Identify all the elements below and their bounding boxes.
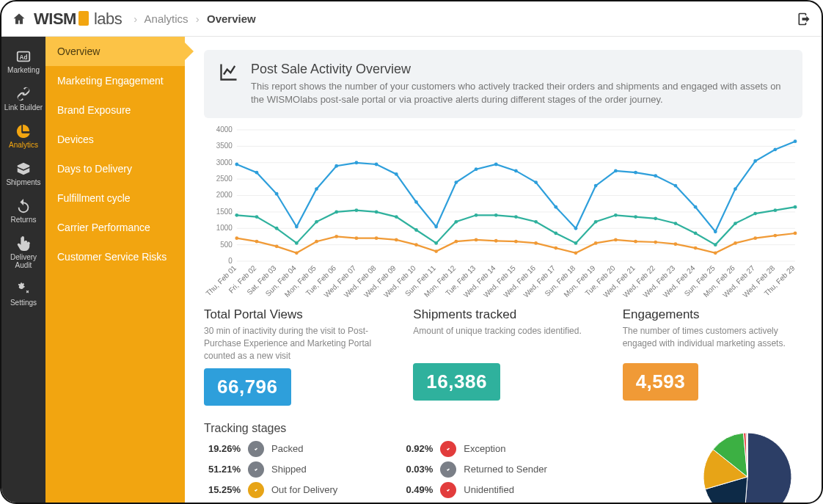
svg-point-53 [295,241,299,245]
rail-settings[interactable]: Settings [1,275,45,311]
breadcrumb-section[interactable]: Analytics [145,12,189,25]
svg-point-48 [773,148,777,152]
svg-point-49 [794,140,797,144]
subnav-carrier-performance[interactable]: Carrier Performance [45,213,185,242]
subnav-overview[interactable]: Overview [45,37,185,66]
stage-pct: 15.25% [204,484,241,495]
metrics-row: Total Portal Views 30 min of inactivity … [204,307,802,405]
svg-point-60 [434,241,438,245]
svg-text:1000: 1000 [216,224,233,233]
svg-point-56 [355,209,359,213]
rail-label: Settings [1,299,45,307]
svg-point-29 [395,172,398,176]
svg-point-87 [395,238,398,242]
svg-text:2500: 2500 [216,175,233,183]
stage-label: Shipped [271,464,307,475]
stage-label: Unidentified [464,484,514,495]
rail-delivery-audit[interactable]: Delivery Audit [1,230,45,274]
svg-point-58 [395,216,398,219]
svg-point-80 [255,240,259,244]
metric-value: 4,593 [623,363,699,401]
svg-point-40 [614,169,618,173]
svg-point-82 [295,252,299,255]
svg-text:Ad: Ad [20,54,28,61]
breadcrumb: › Analytics › Overview [129,12,255,25]
subnav-days-to-delivery[interactable]: Days to Delivery [45,154,185,183]
svg-point-74 [714,244,717,247]
svg-point-27 [355,161,359,165]
subnav-brand-exposure[interactable]: Brand Exposure [45,95,185,125]
metric-total-views: Total Portal Views 30 min of inactivity … [204,307,384,405]
pointer-icon [1,235,45,252]
subnav-marketing-engagement[interactable]: Marketing Engagement [45,66,185,95]
svg-point-31 [434,225,438,229]
svg-point-36 [534,181,538,185]
svg-point-21 [235,163,238,167]
svg-text:4000: 4000 [216,125,233,134]
svg-point-85 [355,237,359,241]
svg-point-30 [414,200,418,204]
rail-marketing[interactable]: Ad Marketing [1,43,45,78]
rail-label: Returns [1,216,45,224]
stage-label: Returned to Sender [464,464,546,475]
svg-point-39 [594,184,598,188]
svg-point-88 [414,244,418,247]
svg-point-63 [494,213,498,217]
svg-point-101 [674,243,678,246]
topbar: WISM labs › Analytics › Overview [1,1,822,37]
rail-label: Shipments [1,178,45,186]
svg-point-43 [674,184,678,188]
rail-analytics[interactable]: Analytics [1,117,45,153]
svg-point-97 [594,241,598,245]
svg-point-75 [734,222,737,226]
svg-point-50 [235,213,238,217]
svg-point-84 [334,235,338,238]
svg-point-42 [654,175,657,178]
svg-point-62 [475,213,478,217]
svg-point-34 [494,163,498,167]
svg-point-100 [654,241,657,244]
metric-value: 16,386 [413,363,500,401]
rail-returns[interactable]: Returns [1,192,45,228]
svg-point-102 [694,246,698,250]
stage-status-icon [248,461,264,478]
svg-point-92 [494,239,498,243]
svg-point-99 [634,240,637,244]
svg-point-37 [554,205,557,209]
brand-logo[interactable]: WISM labs [34,10,122,29]
svg-point-93 [514,240,518,244]
svg-point-79 [235,237,238,241]
stage-label: Out for Delivery [271,484,337,495]
svg-point-35 [514,169,518,173]
svg-point-33 [475,168,478,172]
app-window: WISM labs › Analytics › Overview Ad Mark… [0,0,823,504]
svg-point-45 [714,230,717,234]
box-icon [1,161,45,177]
logout-icon[interactable] [797,12,811,26]
svg-point-95 [554,246,557,250]
home-icon[interactable] [12,12,26,26]
svg-point-65 [534,220,538,224]
svg-point-81 [275,245,279,249]
svg-text:3500: 3500 [216,142,233,150]
svg-point-22 [255,171,259,175]
rail-link-builder[interactable]: Link Builder [1,80,45,116]
svg-point-64 [514,216,518,219]
body: Ad Marketing Link Builder Analytics Ship… [1,37,822,503]
svg-point-47 [753,159,757,163]
subnav-fulfillment-cycle[interactable]: Fulfillment cycle [45,183,185,213]
subnav-customer-service-risks[interactable]: Customer Service Risks [45,242,185,271]
metric-title: Engagements [623,307,802,322]
rail-shipments[interactable]: Shipments [1,155,45,191]
subnav-devices[interactable]: Devices [45,125,185,154]
svg-point-90 [454,240,458,244]
page-title: Post Sale Activity Overview [251,62,788,77]
svg-point-71 [654,217,657,221]
stage-row: 0.03% Returned to Sender [396,461,546,478]
svg-point-55 [334,211,338,214]
brand-part2: labs [94,10,122,29]
svg-point-105 [753,237,757,241]
svg-point-104 [734,241,737,245]
svg-point-98 [614,238,618,242]
svg-point-69 [614,213,618,217]
